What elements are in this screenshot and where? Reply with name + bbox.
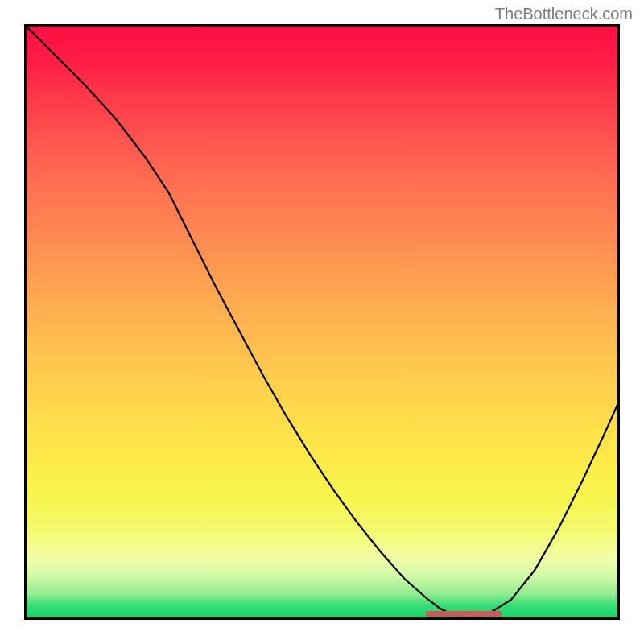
watermark-text: TheBottleneck.com: [495, 5, 633, 23]
chart-svg: [27, 27, 617, 617]
curve-line: [27, 27, 617, 617]
chart-frame: [24, 24, 620, 620]
